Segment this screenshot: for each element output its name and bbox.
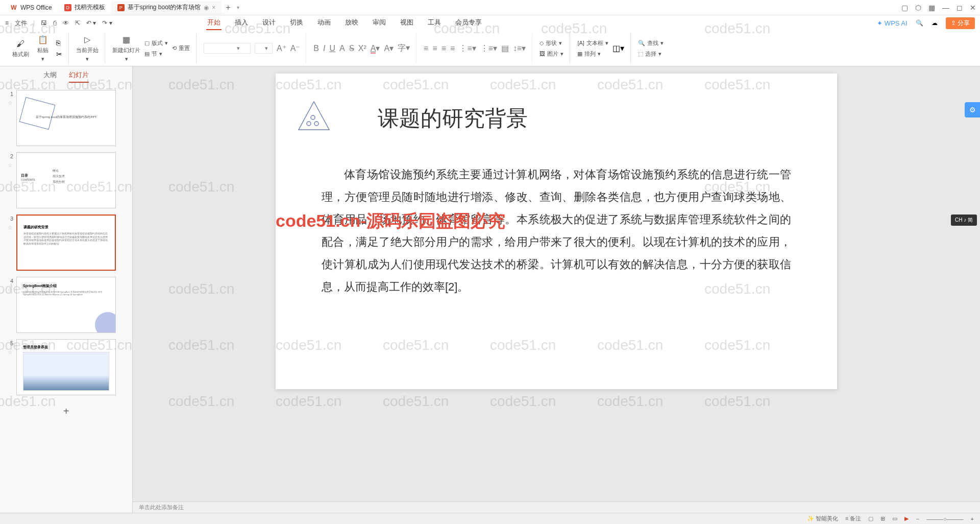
cube-icon[interactable]: ▦ xyxy=(928,4,935,12)
cloud-icon[interactable]: ☁ xyxy=(932,19,938,27)
slide-thumb-3[interactable]: 课题的研究背景 体育场馆设施预约系统主要通过计算机网络对体育场馆设施预约系统的信… xyxy=(16,215,116,271)
play-button[interactable]: ▷当前开始 ▾ xyxy=(76,35,99,62)
ribbon-review[interactable]: 审阅 xyxy=(372,16,387,30)
panel-tab-outline[interactable]: 大纲 xyxy=(43,70,57,83)
zoom-slider[interactable]: ———○——— xyxy=(926,516,964,522)
undo-icon[interactable]: ↶ ▾ xyxy=(86,19,96,27)
redo-icon[interactable]: ↷ ▾ xyxy=(102,19,112,27)
smart-beautify-button[interactable]: ✨ 智能美化 xyxy=(807,515,838,522)
shape-button[interactable]: ◇ 形状 ▾ xyxy=(540,39,564,47)
share-button[interactable]: ⇪ 分享 xyxy=(946,17,975,29)
dropdown-icon[interactable]: ▾ xyxy=(237,5,239,10)
copy-icon[interactable]: ⎘ xyxy=(56,39,62,47)
close-icon[interactable]: ✕ xyxy=(970,4,976,12)
thumbnails[interactable]: 1☆ 基于spring boot的体育场馆设施预约系统PPT 2☆ 目录CONT… xyxy=(0,86,132,513)
new-slide-button[interactable]: ▦新建幻灯片 ▾ xyxy=(112,35,140,62)
minimize-icon[interactable]: — xyxy=(942,4,949,12)
font-size[interactable]: ▾ xyxy=(255,43,273,54)
superscript-icon[interactable]: X² xyxy=(358,44,366,53)
ribbon-view[interactable]: 视图 xyxy=(399,16,414,30)
preview-icon[interactable]: 👁 xyxy=(63,19,69,27)
ai-assistant-button[interactable]: ⚙ xyxy=(965,102,980,117)
underline-icon[interactable]: U xyxy=(329,44,335,53)
find-button[interactable]: 🔍 查找 ▾ xyxy=(638,39,664,47)
highlight-icon[interactable]: A▾ xyxy=(384,43,394,53)
style-icon[interactable]: ◫▾ xyxy=(612,43,624,53)
select-button[interactable]: ⬚ 选择 ▾ xyxy=(638,50,664,58)
ribbon-tools[interactable]: 工具 xyxy=(427,16,442,30)
align-left-icon[interactable]: ≡ xyxy=(424,44,428,53)
notes-bar[interactable]: 单击此处添加备注 xyxy=(133,502,980,513)
line-spacing-icon[interactable]: ↕≡▾ xyxy=(513,43,526,53)
notes-toggle[interactable]: ≡ 备注 xyxy=(845,515,861,522)
layout-button[interactable]: ▢ 版式 ▾ xyxy=(144,39,168,47)
strike-icon[interactable]: A xyxy=(339,44,345,53)
slide-thumb-2[interactable]: 目录CONTENTS 绪论相关技术系统分析 xyxy=(16,152,116,208)
font-select[interactable]: ▾ xyxy=(204,43,251,54)
view-sorter-icon[interactable]: ⊞ xyxy=(880,515,885,522)
zoom-out-icon[interactable]: − xyxy=(916,516,919,522)
arrange-button[interactable]: ▦ 排列 ▾ xyxy=(577,50,608,58)
textbox-button[interactable]: [A] 文本框 ▾ xyxy=(577,39,608,47)
tab-wps-office[interactable]: W WPS Office xyxy=(4,1,58,15)
star-icon[interactable]: ☆ xyxy=(8,349,12,355)
star-icon[interactable]: ☆ xyxy=(8,100,12,106)
text-effect-icon[interactable]: 字▾ xyxy=(398,43,410,54)
print-icon[interactable]: ⎙ xyxy=(53,19,57,27)
ribbon-animation[interactable]: 动画 xyxy=(316,16,332,30)
panel-tab-slides[interactable]: 幻灯片 xyxy=(69,70,89,83)
ribbon-insert[interactable]: 插入 xyxy=(234,16,249,30)
bold-icon[interactable]: B xyxy=(313,44,319,53)
export-icon[interactable]: ⇱ xyxy=(75,19,80,27)
format-painter-button[interactable]: 🖌格式刷 xyxy=(11,39,30,58)
cut-icon[interactable]: ✂ xyxy=(56,50,62,58)
italic-icon[interactable]: I xyxy=(323,44,325,53)
menu-icon[interactable]: ≡ xyxy=(5,19,9,27)
star-icon[interactable]: ☆ xyxy=(8,162,12,168)
paste-button[interactable]: 📋粘贴 ▾ xyxy=(34,35,52,62)
zoom-in-icon[interactable]: + xyxy=(971,516,974,522)
slide-canvas[interactable]: 课题的研究背景 体育场馆设施预约系统主要通过计算机网络，对体育场馆设施预约系统的… xyxy=(276,74,837,389)
reset-button[interactable]: ⟲ 重置 xyxy=(172,44,190,52)
wps-ai-button[interactable]: ✦ WPS AI xyxy=(877,19,907,27)
canvas-scroll[interactable]: 课题的研究背景 体育场馆设施预约系统主要通过计算机网络，对体育场馆设施预约系统的… xyxy=(133,66,980,502)
slide-thumb-5[interactable]: 管理员登录界面 xyxy=(16,339,116,395)
close-tab[interactable]: × xyxy=(212,4,215,11)
add-tab-button[interactable]: + xyxy=(222,3,234,12)
increase-font-icon[interactable]: A⁺ xyxy=(277,43,286,53)
tab-label: 找稻壳模板 xyxy=(75,3,105,12)
align-justify-icon[interactable]: ≡ xyxy=(450,44,455,53)
picture-button[interactable]: 🖼 图片 ▾ xyxy=(540,50,564,58)
strikethrough-icon[interactable]: S̶ xyxy=(349,43,354,53)
add-slide-button[interactable]: + xyxy=(6,401,126,421)
tab-templates[interactable]: D 找稻壳模板 xyxy=(58,1,111,15)
numbering-icon[interactable]: ⋮≡▾ xyxy=(480,43,497,53)
section-button[interactable]: ▤ 节 ▾ xyxy=(144,50,168,58)
align-right-icon[interactable]: ≡ xyxy=(442,44,446,53)
grid-icon[interactable]: ▢ xyxy=(901,4,908,12)
ribbon-member[interactable]: 会员专享 xyxy=(454,16,483,30)
align-center-icon[interactable]: ≡ xyxy=(432,44,437,53)
box-icon[interactable]: ⬡ xyxy=(915,4,921,12)
slide-body[interactable]: 体育场馆设施预约系统主要通过计算机网络，对体育场馆设施预约系统的信息进行统一管理… xyxy=(322,163,791,298)
tab-document[interactable]: P 基于spring boot的体育场馆 ◉ × xyxy=(111,1,222,15)
maximize-icon[interactable]: ◻ xyxy=(957,4,963,12)
slide-thumb-4[interactable]: SpringBoot框架介绍 本系统采用的数据库是MySQL 采用SSM Spr… xyxy=(16,277,116,333)
view-reading-icon[interactable]: ▭ xyxy=(892,515,897,522)
bullets-icon[interactable]: ⋮≡▾ xyxy=(459,43,476,53)
decrease-font-icon[interactable]: A⁻ xyxy=(290,43,300,53)
search-icon[interactable]: 🔍 xyxy=(916,19,923,27)
save-icon[interactable]: 🖫 xyxy=(41,19,47,27)
ribbon-start[interactable]: 开始 xyxy=(206,16,222,30)
slide-thumb-1[interactable]: 基于spring boot的体育场馆设施预约系统PPT xyxy=(16,90,116,146)
ribbon-transition[interactable]: 切换 xyxy=(289,16,304,30)
view-slideshow-icon[interactable]: ▶ xyxy=(904,515,909,522)
file-menu[interactable]: 文件 xyxy=(15,19,27,28)
star-icon[interactable]: ☆ xyxy=(8,287,12,293)
star-icon[interactable]: ☆ xyxy=(8,225,12,230)
view-normal-icon[interactable]: ▢ xyxy=(868,515,873,522)
ribbon-design[interactable]: 设计 xyxy=(261,16,277,30)
ribbon-slideshow[interactable]: 放映 xyxy=(344,16,359,30)
font-color-icon[interactable]: A▾ xyxy=(371,43,380,53)
indent-icon[interactable]: ▤ xyxy=(501,43,509,53)
